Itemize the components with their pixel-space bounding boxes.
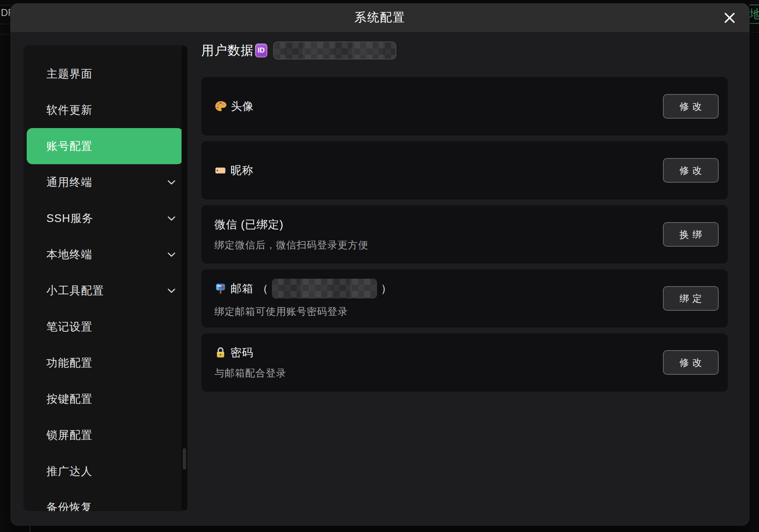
card-title: 邮箱 [230,281,253,296]
card-subtitle: 绑定邮箱可使用账号密码登录 [214,305,646,318]
background-app-left-strip: DF [0,0,10,532]
user-data-label: 用户数据 [201,42,254,59]
card-subtitle: 绑定微信后，微信扫码登录更方便 [214,238,646,252]
sidebar-item-label: 按键配置 [46,392,92,406]
card-text: 头像 [214,77,646,135]
account-settings-panel: 用户数据 ID 头像 修 改 昵称 [201,40,728,397]
redacted-email-value [272,279,377,298]
paren-close: ） [381,281,392,296]
card-title-row: 密码 [214,345,646,360]
paren-open: （ [257,281,268,296]
card-email: 邮箱 （ ） 绑定邮箱可使用账号密码登录 绑 定 [201,269,728,328]
card-icon [214,346,227,359]
card-subtitle: 与邮箱配合登录 [214,367,646,380]
sidebar-item-notes[interactable]: 笔记设置 [27,309,183,345]
sidebar-item-ssh-service[interactable]: SSH服务 [27,200,183,236]
sidebar-item-label: 主题界面 [46,66,92,81]
mailbox-icon [214,282,227,295]
sidebar-item-label: 笔记设置 [46,319,92,334]
card-avatar: 头像 修 改 [201,77,728,135]
background-divider [30,526,30,532]
card-text: 密码 与邮箱配合登录 [214,333,646,392]
sidebar-item-promotion[interactable]: 推广达人 [27,453,183,489]
sidebar-item-label: 备份恢复 [46,500,92,511]
card-title: 密码 [230,345,253,360]
sidebar-item-label: 推广达人 [46,464,92,479]
card-title: 头像 [231,99,254,114]
card-icon [214,282,227,295]
sidebar-item-label: 软件更新 [46,103,92,117]
background-divider [0,5,10,5]
chevron-down-icon [168,289,175,293]
sidebar-item-label: SSH服务 [46,211,94,226]
card-wechat: 微信 (已绑定) 绑定微信后，微信扫码登录更方便 换 绑 [201,205,728,264]
sidebar-item-features[interactable]: 功能配置 [27,345,183,381]
sidebar-item-backup[interactable]: 备份恢复 [27,489,183,511]
avatar-action-button[interactable]: 修 改 [663,94,719,119]
card-title-row: 头像 [214,99,646,114]
background-app-right-strip: 地 [750,0,759,532]
background-divider [0,34,10,34]
lock-icon [214,346,227,359]
cards-list: 头像 修 改 昵称 修 改 微信 (已绑定) [201,77,728,392]
email-action-button[interactable]: 绑 定 [663,286,719,311]
sidebar-item-local-terminal[interactable]: 本地终端 [27,236,183,273]
sidebar-item-account[interactable]: 账号配置 [27,128,183,164]
sidebar-item-label: 小工具配置 [46,283,104,298]
sidebar-item-keybindings[interactable]: 按键配置 [27,381,183,417]
sidebar-scrollbar-thumb[interactable] [183,448,186,470]
card-icon [214,100,227,113]
sidebar-item-lockscreen[interactable]: 锁屏配置 [27,417,183,453]
sidebar-item-widgets[interactable]: 小工具配置 [27,273,183,309]
close-icon [724,12,735,23]
card-title-row: 昵称 [214,163,646,178]
card-title-row: 微信 (已绑定) [214,217,646,232]
chevron-down-icon [168,216,175,221]
card-icon [214,164,227,177]
sidebar-item-general-terminal[interactable]: 通用终端 [27,164,183,200]
tag-icon [214,164,227,177]
card-text: 邮箱 （ ） 绑定邮箱可使用账号密码登录 [214,269,646,328]
nickname-action-button[interactable]: 修 改 [663,158,719,183]
dialog-title: 系统配置 [354,9,405,26]
system-config-dialog: 系统配置 主题界面 软件更新 账号配置 通用终端 SSH服务 本地终端 小工具配… [10,3,750,526]
background-clipped-text-left: DF [1,7,10,18]
chevron-down-icon [168,252,175,257]
sidebar-item-software-update[interactable]: 软件更新 [27,92,183,128]
sidebar-scrollbar[interactable] [182,46,187,510]
card-title-row: 邮箱 （ ） [214,279,646,298]
chevron-down-icon [168,180,175,185]
dialog-header: 系统配置 [10,3,750,32]
card-password: 密码 与邮箱配合登录 修 改 [201,333,728,392]
card-text: 昵称 [214,141,646,200]
card-text: 微信 (已绑定) 绑定微信后，微信扫码登录更方便 [214,205,646,264]
close-button[interactable] [720,9,739,27]
sidebar-item-label: 锁屏配置 [46,428,92,443]
wechat-action-button[interactable]: 换 绑 [663,222,719,247]
sidebar-item-label: 功能配置 [46,355,92,370]
sidebar-item-theme[interactable]: 主题界面 [27,56,183,92]
background-divider [750,32,759,32]
sidebar-item-label: 本地终端 [46,247,92,262]
card-title: 微信 (已绑定) [214,217,283,232]
redacted-user-id [273,41,396,60]
background-clipped-text-right: 地 [750,5,759,24]
background-divider [0,24,10,24]
sidebar-item-label: 账号配置 [46,139,92,154]
sidebar-item-label: 通用终端 [46,175,92,190]
id-badge-icon: ID [255,44,267,57]
card-title: 昵称 [230,163,253,178]
sidebar-list: 主题界面 软件更新 账号配置 通用终端 SSH服务 本地终端 小工具配置 笔记设… [23,45,187,511]
user-data-row: 用户数据 ID [201,40,728,61]
palette-icon [214,100,227,113]
card-nickname: 昵称 修 改 [201,141,728,200]
password-action-button[interactable]: 修 改 [663,350,719,375]
